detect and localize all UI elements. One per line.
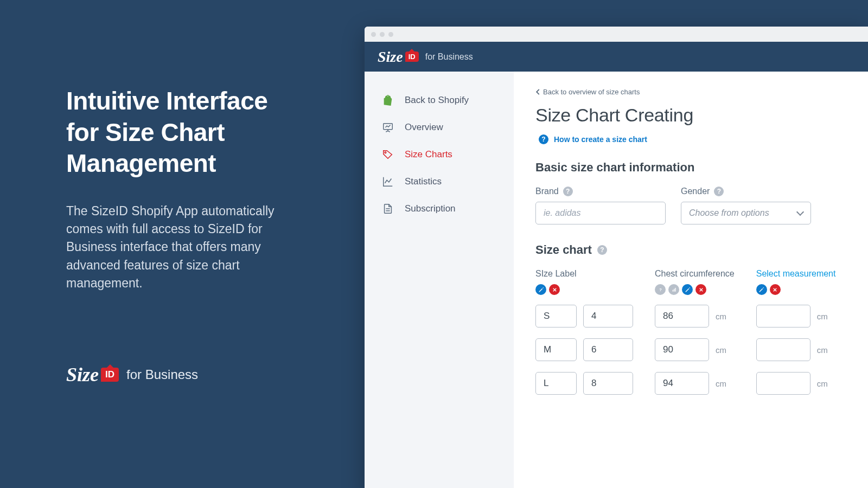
bars-icon[interactable] [668,284,679,295]
size-num-cell[interactable]: 6 [583,338,633,361]
brand-input[interactable] [535,202,666,224]
table-row: 86 cm [655,305,735,328]
sidebar-item-overview[interactable]: Overview [365,114,514,141]
chest-cell[interactable]: 86 [655,305,709,328]
col-actions: ? [655,284,735,295]
svg-text:?: ? [659,287,662,292]
brand-label: Brand [535,187,559,196]
marketing-body: The SizeID Shopify App automatically com… [66,202,294,293]
select-cell[interactable] [756,305,810,328]
logo: Size ID [66,363,119,386]
delete-icon[interactable] [695,284,706,295]
maximize-icon[interactable] [388,32,393,37]
section-chart-row: Size chart ? [535,243,846,257]
help-link[interactable]: ? How to create a size chart [535,134,846,144]
table-row: M 6 [535,338,633,361]
chest-cell[interactable]: 94 [655,372,709,395]
table-row: 94 cm [655,372,735,395]
brand-label-row: Brand ? [535,187,666,196]
minimize-icon[interactable] [380,32,385,37]
col-header: SIze Label [535,269,633,279]
svg-rect-4 [674,288,674,291]
col-chest: Chest circumference ? 86 cm 90 cm [655,269,735,406]
window-titlebar [365,27,868,42]
sidebar-item-label: Size Charts [405,149,452,160]
unit-label: cm [817,312,828,321]
edit-icon[interactable] [535,284,546,295]
table-row: 90 cm [655,338,735,361]
sidebar-item-statistics[interactable]: Statistics [365,168,514,195]
svg-point-1 [385,152,386,153]
app-window: Size ID for Business Back to Shopify Ove… [365,27,868,488]
unit-label: cm [716,379,726,388]
unit-label: cm [817,379,828,388]
help-link-text: How to create a size chart [554,135,647,144]
app-body: Back to Shopify Overview Size Charts Sta… [365,72,868,488]
hint-icon[interactable]: ? [597,245,607,255]
unit-label: cm [817,345,828,355]
size-label-cell[interactable]: S [535,305,577,328]
sidebar-item-label: Statistics [405,176,442,187]
sidebar-item-shopify[interactable]: Back to Shopify [365,87,514,114]
presentation-icon [382,121,394,133]
sidebar: Back to Shopify Overview Size Charts Sta… [365,72,514,488]
col-header: Chest circumference [655,269,735,279]
table-row: L 8 [535,372,633,395]
unit-label: cm [716,312,726,321]
table-row: S 4 [535,305,633,328]
back-link-text: Back to overview of size charts [543,88,640,96]
document-icon [382,203,394,215]
unit-label: cm [716,345,726,355]
logo-script: Size [66,363,99,386]
header-logo: Size ID [378,48,419,66]
svg-rect-5 [675,287,675,291]
gender-select[interactable]: Choose from options [681,202,811,224]
sidebar-item-label: Back to Shopify [405,95,469,106]
delete-icon[interactable] [549,284,560,295]
hint-icon[interactable]: ? [714,187,724,196]
hint-icon[interactable]: ? [563,187,573,196]
page-title: Size Chart Creating [535,105,846,126]
chevron-down-icon [796,208,804,216]
select-cell[interactable] [756,338,810,361]
question-icon: ? [539,134,548,144]
chevron-left-icon [535,89,540,95]
gender-group: Gender ? Choose from options [681,187,811,224]
gender-label: Gender [681,187,710,196]
size-label-cell[interactable]: M [535,338,577,361]
col-actions [535,284,633,295]
sidebar-item-label: Overview [405,122,443,133]
edit-icon[interactable] [756,284,767,295]
size-num-cell[interactable]: 8 [583,372,633,395]
table-row: cm [756,338,836,361]
basic-form-row: Brand ? Gender ? Choose from options [535,187,846,224]
app-header: Size ID for Business [365,42,868,72]
edit-icon[interactable] [682,284,693,295]
size-num-cell[interactable]: 4 [583,305,633,328]
gender-placeholder: Choose from options [689,208,769,218]
section-chart-title: Size chart [535,243,592,257]
tag-icon [382,149,394,160]
delete-icon[interactable] [770,284,781,295]
brand-suffix: for Business [425,52,473,62]
back-link[interactable]: Back to overview of size charts [535,88,846,96]
chest-cell[interactable]: 90 [655,338,709,361]
brand-footer: Size ID for Business [66,363,198,386]
section-basic-title: Basic size chart information [535,160,846,175]
sidebar-item-subscription[interactable]: Subscription [365,195,514,222]
add-measurement-link[interactable]: Select measurement [756,269,836,279]
brand-suffix: for Business [126,367,198,382]
main-content: Back to overview of size charts Size Cha… [514,72,868,488]
close-icon[interactable] [371,32,376,37]
chart-icon [382,176,394,188]
hint-icon[interactable]: ? [655,284,666,295]
brand-group: Brand ? [535,187,666,224]
logo-badge: ID [405,52,419,62]
select-cell[interactable] [756,372,810,395]
shopify-bag-icon [382,94,394,106]
sidebar-item-label: Subscription [405,203,456,214]
col-actions [756,284,836,295]
size-label-cell[interactable]: L [535,372,577,395]
svg-rect-3 [672,290,673,291]
sidebar-item-sizecharts[interactable]: Size Charts [365,141,514,168]
